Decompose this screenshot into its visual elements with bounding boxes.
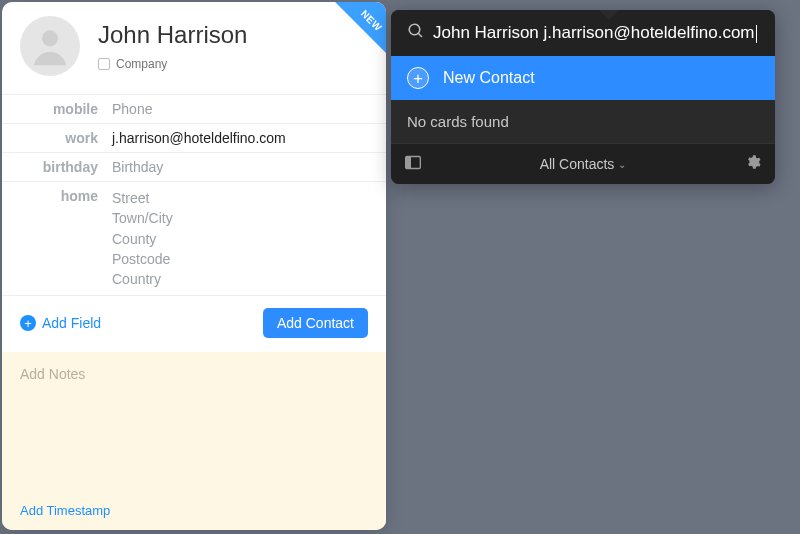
field-mobile: mobile Phone (2, 95, 386, 123)
svg-point-0 (42, 30, 58, 46)
field-birthday: birthday Birthday (2, 152, 386, 181)
company-label: Company (116, 57, 167, 71)
full-name[interactable]: John Harrison (98, 21, 368, 49)
field-label[interactable]: home (2, 188, 112, 204)
add-field-label: Add Field (42, 315, 101, 331)
plus-icon: + (20, 315, 36, 331)
company-checkbox[interactable] (98, 58, 110, 70)
phone-field[interactable]: Phone (112, 101, 386, 117)
birthday-field[interactable]: Birthday (112, 159, 386, 175)
search-footer: All Contacts ⌄ (391, 143, 775, 184)
card-action-row: + Add Field Add Contact (2, 295, 386, 352)
notes-placeholder: Add Notes (20, 366, 368, 382)
field-label[interactable]: work (2, 130, 112, 146)
search-bar: John Harrison j.harrison@hoteldelfino.co… (391, 10, 775, 56)
add-contact-button[interactable]: Add Contact (263, 308, 368, 338)
field-label[interactable]: birthday (2, 159, 112, 175)
field-work: work j.harrison@hoteldelfino.com (2, 123, 386, 152)
email-field[interactable]: j.harrison@hoteldelfino.com (112, 130, 386, 146)
search-input[interactable]: John Harrison j.harrison@hoteldelfino.co… (433, 23, 759, 43)
avatar[interactable] (20, 16, 80, 76)
fields-list: mobile Phone work j.harrison@hoteldelfin… (2, 95, 386, 295)
gear-icon[interactable] (745, 154, 761, 174)
notes-area[interactable]: Add Notes Add Timestamp (2, 352, 386, 530)
plus-icon: + (407, 67, 429, 89)
add-timestamp-button[interactable]: Add Timestamp (20, 503, 110, 518)
new-contact-result[interactable]: + New Contact (391, 56, 775, 100)
svg-rect-2 (406, 156, 411, 168)
no-results-label: No cards found (391, 100, 775, 143)
sidebar-toggle-icon[interactable] (405, 155, 421, 174)
field-home: home Street Town/City County Postcode Co… (2, 181, 386, 295)
field-label[interactable]: mobile (2, 101, 112, 117)
chevron-down-icon: ⌄ (618, 159, 626, 170)
contact-card-panel: NEW John Harrison Company mobile Phone w… (2, 2, 386, 530)
search-icon (407, 22, 425, 44)
address-field[interactable]: Street Town/City County Postcode Country (112, 188, 386, 289)
person-icon (27, 23, 73, 69)
new-contact-label: New Contact (443, 69, 535, 87)
contacts-list-dropdown[interactable]: All Contacts ⌄ (540, 156, 627, 172)
search-panel: John Harrison j.harrison@hoteldelfino.co… (391, 10, 775, 184)
card-header: John Harrison Company (2, 2, 386, 94)
add-field-button[interactable]: + Add Field (20, 315, 101, 331)
